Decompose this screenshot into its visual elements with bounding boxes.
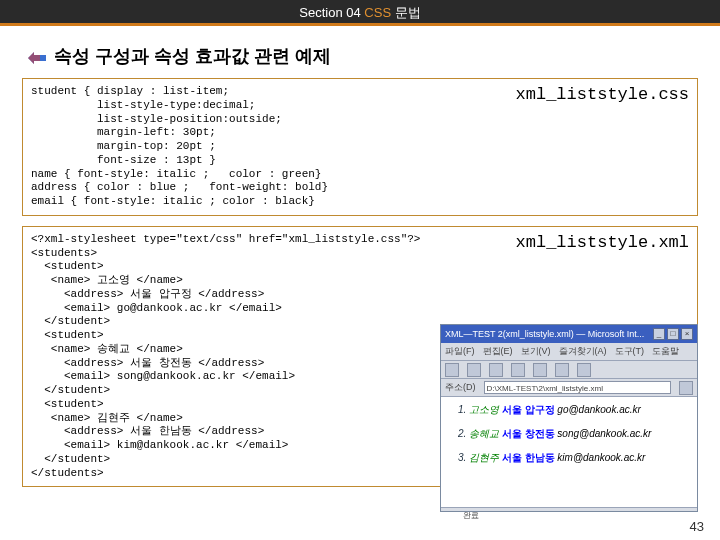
list-item: 김현주 서울 한남동 kim@dankook.ac.kr — [469, 451, 689, 465]
minimize-icon[interactable]: _ — [653, 328, 665, 340]
menu-view[interactable]: 보기(V) — [521, 345, 551, 358]
browser-titlebar: XML—TEST 2(xml_liststyle.xml) — Microsof… — [441, 325, 697, 343]
student-address: 서울 창전동 — [502, 428, 555, 439]
back-icon[interactable] — [445, 363, 459, 377]
section-bar: Section 04 CSS 문법 — [0, 0, 720, 26]
browser-toolbar — [441, 361, 697, 379]
browser-menubar: 파일(F) 편집(E) 보기(V) 즐겨찾기(A) 도구(T) 도움말 — [441, 343, 697, 361]
addr-input[interactable]: D:\XML-TEST\2\xml_liststyle.xml — [484, 381, 672, 394]
close-icon[interactable]: × — [681, 328, 693, 340]
student-email: song@dankook.ac.kr — [557, 428, 651, 439]
search-icon[interactable] — [555, 363, 569, 377]
refresh-icon[interactable] — [511, 363, 525, 377]
browser-preview: XML—TEST 2(xml_liststyle.xml) — Microsof… — [440, 324, 698, 512]
menu-tools[interactable]: 도구(T) — [615, 345, 645, 358]
go-icon[interactable] — [679, 381, 693, 395]
browser-addressbar: 주소(D) D:\XML-TEST\2\xml_liststyle.xml — [441, 379, 697, 397]
student-email: kim@dankook.ac.kr — [557, 452, 645, 463]
list-item: 고소영 서울 압구정 go@dankook.ac.kr — [469, 403, 689, 417]
favorites-icon[interactable] — [577, 363, 591, 377]
menu-edit[interactable]: 편집(E) — [483, 345, 513, 358]
xml-file-label: xml_liststyle.xml — [516, 233, 689, 252]
student-name: 고소영 — [469, 404, 499, 415]
student-address: 서울 압구정 — [502, 404, 555, 415]
slide-heading-row: 속성 구성과 속성 효과값 관련 예제 — [28, 44, 720, 68]
svg-marker-1 — [28, 52, 40, 64]
student-address: 서울 한남동 — [502, 452, 555, 463]
css-file-label: xml_liststyle.css — [516, 85, 689, 104]
list-item: 송혜교 서울 창전동 song@dankook.ac.kr — [469, 427, 689, 441]
status-text: 완료 — [463, 510, 479, 521]
student-name: 송혜교 — [469, 428, 499, 439]
browser-title-text: XML—TEST 2(xml_liststyle.xml) — Microsof… — [445, 329, 644, 339]
maximize-icon[interactable]: □ — [667, 328, 679, 340]
stop-icon[interactable] — [489, 363, 503, 377]
addr-label: 주소(D) — [445, 381, 476, 394]
menu-help[interactable]: 도움말 — [652, 345, 679, 358]
css-code-box: xml_liststyle.css student { display : li… — [22, 78, 698, 216]
browser-statusbar: 완료 — [441, 507, 697, 523]
menu-fav[interactable]: 즐겨찾기(A) — [559, 345, 607, 358]
browser-content: 고소영 서울 압구정 go@dankook.ac.kr 송혜교 서울 창전동 s… — [441, 397, 697, 507]
forward-icon[interactable] — [467, 363, 481, 377]
bullet-icon — [28, 49, 46, 63]
home-icon[interactable] — [533, 363, 547, 377]
section-text: Section 04 CSS 문법 — [299, 5, 420, 20]
student-email: go@dankook.ac.kr — [557, 404, 641, 415]
page-number: 43 — [690, 519, 704, 534]
menu-file[interactable]: 파일(F) — [445, 345, 475, 358]
xml-code: <?xml-stylesheet type="text/css" href="x… — [31, 233, 427, 481]
page-icon — [445, 510, 457, 522]
student-name: 김현주 — [469, 452, 499, 463]
slide-heading: 속성 구성과 속성 효과값 관련 예제 — [54, 44, 331, 68]
